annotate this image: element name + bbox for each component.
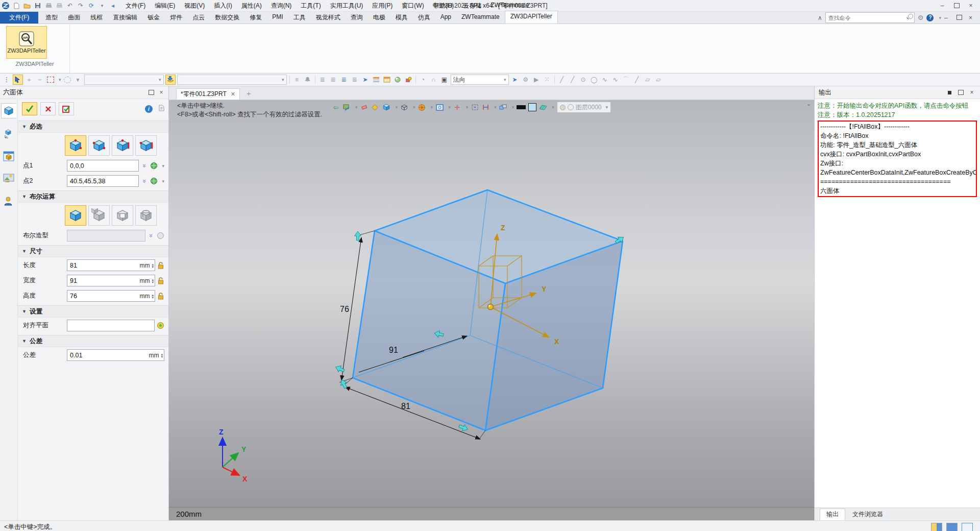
ribbon-file-tab[interactable]: 文件(F): [0, 12, 38, 23]
boolean-remove-button[interactable]: [112, 205, 133, 226]
command-search-input[interactable]: [825, 12, 915, 23]
layer-manager-icon[interactable]: [372, 75, 381, 84]
play-icon[interactable]: ▶: [532, 75, 541, 84]
table-icon[interactable]: [382, 75, 391, 84]
pick-arrow-icon[interactable]: ➤: [510, 75, 520, 84]
tolerance-spinner[interactable]: ▴▾: [161, 353, 163, 358]
apply-button[interactable]: [59, 102, 74, 115]
boolean-base-button[interactable]: [65, 205, 86, 226]
qat-collapse-icon[interactable]: ◂: [109, 2, 117, 10]
point1-picker-icon[interactable]: [150, 162, 158, 170]
doc-close-button[interactable]: ×: [969, 14, 978, 21]
direction-combo[interactable]: 法向▾: [451, 75, 509, 85]
display-active-icon[interactable]: [946, 523, 958, 531]
redo-icon[interactable]: ↷: [77, 2, 85, 10]
ribbon-tab-inquire[interactable]: 查询: [346, 12, 368, 23]
autosave-icon[interactable]: ⟳: [87, 2, 95, 10]
ribbon-tab-weldment[interactable]: 焊件: [165, 12, 187, 23]
ribbon-tab-visualize[interactable]: 视觉样式: [311, 12, 346, 23]
arc-tool-icon[interactable]: ∩: [429, 75, 438, 84]
boolean-intersect-button[interactable]: [135, 205, 157, 226]
menu-edit[interactable]: 编辑(E): [150, 1, 180, 11]
ribbon-tab-repair[interactable]: 修复: [244, 12, 267, 23]
info-icon[interactable]: i: [145, 105, 153, 113]
boolean-add-button[interactable]: [88, 205, 110, 226]
menu-window[interactable]: 窗口(W): [397, 1, 428, 11]
window-select-dropdown-icon[interactable]: ▾: [59, 77, 61, 82]
length-input[interactable]: 81mm▴▾: [67, 259, 155, 271]
ribbon-tab-surface[interactable]: 曲面: [63, 12, 85, 23]
dialog-float-icon[interactable]: [147, 89, 155, 96]
point2-input[interactable]: 40.5,45.5,38: [67, 175, 139, 187]
alert-toggle-icon[interactable]: 🔔︎: [303, 75, 312, 84]
section-settings[interactable]: ▼设置: [18, 305, 168, 318]
type-corner-height-button[interactable]: [112, 135, 133, 156]
ribbon-tab-tools[interactable]: 工具: [288, 12, 311, 23]
qat-dropdown-icon[interactable]: ▾: [98, 2, 106, 10]
point2-picker-icon[interactable]: [150, 177, 158, 185]
ribbon-tab-pmi[interactable]: PMI: [267, 12, 288, 23]
restore-button[interactable]: [949, 0, 964, 11]
list-icon-4[interactable]: ≣: [350, 75, 359, 84]
part-config-icon[interactable]: [404, 75, 413, 84]
rotate-view-icon[interactable]: ◔: [419, 75, 428, 84]
section-dimensions[interactable]: ▼尺寸: [18, 245, 168, 257]
close-button[interactable]: ×: [964, 0, 978, 11]
height-spinner[interactable]: ▴▾: [152, 294, 154, 299]
remove-selection-icon[interactable]: −: [35, 75, 44, 84]
length-lock-icon[interactable]: [157, 261, 164, 269]
list-icon-1[interactable]: ≣: [318, 75, 327, 84]
type-two-points-button[interactable]: [65, 135, 86, 156]
section-boolean[interactable]: ▼布尔运算: [18, 190, 168, 203]
ribbon-tab-zwteammate[interactable]: ZWTeammate: [456, 12, 505, 23]
doc-minimize-button[interactable]: –: [944, 14, 953, 21]
minimize-button[interactable]: –: [935, 0, 949, 11]
menu-file[interactable]: 文件(F): [121, 1, 150, 11]
cursor-icon[interactable]: ➤: [361, 75, 370, 84]
point1-input[interactable]: 0,0,0: [67, 160, 139, 172]
dialog-close-icon[interactable]: ×: [157, 89, 165, 96]
tab-output[interactable]: 输出: [820, 509, 845, 520]
strip-user-icon[interactable]: [2, 194, 16, 208]
new-file-icon[interactable]: [12, 2, 20, 10]
type-center-height-button[interactable]: [135, 135, 157, 156]
ribbon-tab-wireframe[interactable]: 线框: [85, 12, 108, 23]
ribbon-tab-direct-edit[interactable]: 直接编辑: [108, 12, 142, 23]
apiteller-button[interactable]: API ZW3DAPITeller: [6, 26, 47, 59]
type-center-corner-button[interactable]: [88, 135, 110, 156]
settings-gear-icon[interactable]: ⚙: [918, 14, 924, 21]
display-secondary-icon[interactable]: [962, 523, 973, 531]
tolerance-input[interactable]: 0.01mm▴▾: [67, 349, 164, 361]
section-tolerance[interactable]: ▼公差: [18, 335, 168, 347]
doc-note-icon[interactable]: [159, 105, 164, 113]
box-solid[interactable]: [353, 190, 623, 430]
ribbon-tab-zw3dapiteller[interactable]: ZW3DAPITeller: [505, 11, 558, 23]
height-lock-icon[interactable]: [157, 292, 164, 300]
print-icon[interactable]: [44, 2, 53, 10]
ribbon-tab-app[interactable]: App: [435, 12, 456, 23]
graphics-viewport[interactable]: *零件001.Z3PRT ✕ ＋ <单击中键>继续. <F8>或者<Shift-…: [169, 86, 814, 520]
window-select-icon[interactable]: [46, 75, 55, 84]
ribbon-tab-data-exchange[interactable]: 数据交换: [210, 12, 244, 23]
menu-attributes[interactable]: 属性(A): [237, 1, 266, 11]
ribbon-collapse-icon[interactable]: ∧: [818, 14, 822, 21]
help-icon[interactable]: ?: [926, 14, 934, 21]
print-preview-icon[interactable]: [55, 2, 63, 10]
menu-inquire[interactable]: 查询(N): [266, 1, 297, 11]
point1-picker-dropdown-icon[interactable]: ▾: [162, 163, 164, 168]
point2-picker-dropdown-icon[interactable]: ▾: [162, 179, 164, 184]
points-icon[interactable]: ⁙: [543, 75, 552, 84]
output-pin-icon[interactable]: [945, 91, 953, 94]
list-icon-3[interactable]: ≣: [339, 75, 349, 84]
reference-combo[interactable]: ▾: [177, 75, 287, 85]
open-file-icon[interactable]: [23, 2, 31, 10]
align-plane-picker-icon[interactable]: [157, 322, 164, 329]
width-input[interactable]: 91mm▴▾: [67, 275, 155, 286]
undo-icon[interactable]: ↶: [66, 2, 74, 10]
menu-tools[interactable]: 工具(T): [296, 1, 325, 11]
pick-hint-icon[interactable]: [13, 75, 23, 85]
menu-applications[interactable]: 应用(P): [368, 1, 397, 11]
list-icon-2[interactable]: ≣: [329, 75, 338, 84]
ribbon-tab-pointcloud[interactable]: 点云: [187, 12, 210, 23]
output-float-icon[interactable]: [957, 90, 965, 95]
